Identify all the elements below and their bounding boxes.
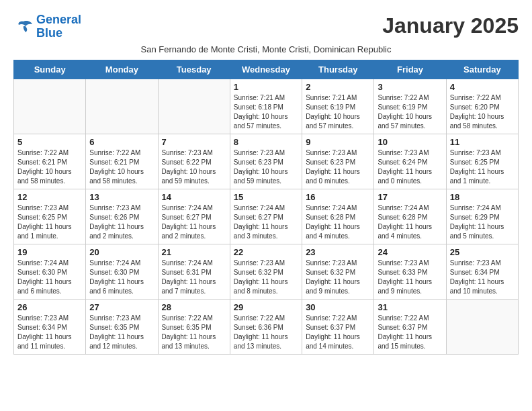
day-info: Sunrise: 7:24 AM Sunset: 6:28 PM Dayligh…: [378, 203, 442, 241]
calendar-cell: 30Sunrise: 7:22 AM Sunset: 6:37 PM Dayli…: [302, 299, 374, 354]
day-number: 2: [306, 82, 370, 92]
day-number: 24: [378, 247, 442, 257]
day-info: Sunrise: 7:23 AM Sunset: 6:33 PM Dayligh…: [378, 259, 442, 296]
calendar-cell: [158, 79, 230, 134]
logo-icon: [13, 19, 34, 35]
calendar-cell: 31Sunrise: 7:22 AM Sunset: 6:37 PM Dayli…: [374, 299, 446, 354]
header-day-monday: Monday: [86, 60, 158, 79]
day-number: 16: [306, 192, 370, 202]
day-number: 9: [306, 137, 370, 147]
day-info: Sunrise: 7:23 AM Sunset: 6:26 PM Dayligh…: [89, 203, 154, 241]
day-info: Sunrise: 7:22 AM Sunset: 6:37 PM Dayligh…: [306, 314, 370, 351]
day-info: Sunrise: 7:21 AM Sunset: 6:19 PM Dayligh…: [306, 93, 370, 131]
logo: General Blue: [13, 13, 81, 40]
day-info: Sunrise: 7:24 AM Sunset: 6:30 PM Dayligh…: [17, 259, 82, 296]
day-number: 31: [378, 302, 442, 312]
day-number: 15: [234, 192, 298, 202]
header-day-wednesday: Wednesday: [230, 60, 302, 79]
day-number: 27: [89, 302, 154, 312]
day-number: 6: [89, 137, 154, 147]
calendar-cell: 8Sunrise: 7:23 AM Sunset: 6:23 PM Daylig…: [230, 134, 302, 189]
header-day-thursday: Thursday: [302, 60, 374, 79]
day-info: Sunrise: 7:23 AM Sunset: 6:23 PM Dayligh…: [234, 148, 298, 186]
day-info: Sunrise: 7:23 AM Sunset: 6:25 PM Dayligh…: [17, 203, 82, 241]
day-info: Sunrise: 7:23 AM Sunset: 6:34 PM Dayligh…: [17, 314, 82, 351]
day-number: 25: [450, 247, 515, 257]
day-info: Sunrise: 7:22 AM Sunset: 6:20 PM Dayligh…: [450, 93, 515, 131]
calendar-cell: 27Sunrise: 7:23 AM Sunset: 6:35 PM Dayli…: [86, 299, 158, 354]
month-title: January 2025: [382, 13, 519, 38]
day-number: 1: [234, 82, 298, 92]
day-info: Sunrise: 7:23 AM Sunset: 6:24 PM Dayligh…: [378, 148, 442, 186]
subtitle: San Fernando de Monte Cristi, Monte Cris…: [13, 44, 519, 54]
header-day-sunday: Sunday: [14, 60, 86, 79]
day-info: Sunrise: 7:22 AM Sunset: 6:19 PM Dayligh…: [378, 93, 442, 131]
calendar-cell: 20Sunrise: 7:24 AM Sunset: 6:30 PM Dayli…: [86, 244, 158, 299]
header-day-tuesday: Tuesday: [158, 60, 230, 79]
calendar-cell: 12Sunrise: 7:23 AM Sunset: 6:25 PM Dayli…: [14, 189, 86, 244]
calendar-cell: 6Sunrise: 7:22 AM Sunset: 6:21 PM Daylig…: [86, 134, 158, 189]
calendar-cell: 11Sunrise: 7:23 AM Sunset: 6:25 PM Dayli…: [446, 134, 518, 189]
week-row-3: 19Sunrise: 7:24 AM Sunset: 6:30 PM Dayli…: [14, 244, 519, 299]
day-number: 29: [234, 302, 298, 312]
title-section: January 2025: [382, 13, 519, 38]
calendar-cell: 13Sunrise: 7:23 AM Sunset: 6:26 PM Dayli…: [86, 189, 158, 244]
calendar-cell: 26Sunrise: 7:23 AM Sunset: 6:34 PM Dayli…: [14, 299, 86, 354]
calendar-cell: 18Sunrise: 7:24 AM Sunset: 6:29 PM Dayli…: [446, 189, 518, 244]
day-number: 28: [162, 302, 226, 312]
calendar-cell: 29Sunrise: 7:22 AM Sunset: 6:36 PM Dayli…: [230, 299, 302, 354]
calendar-cell: 17Sunrise: 7:24 AM Sunset: 6:28 PM Dayli…: [374, 189, 446, 244]
day-info: Sunrise: 7:23 AM Sunset: 6:23 PM Dayligh…: [306, 148, 370, 186]
day-info: Sunrise: 7:21 AM Sunset: 6:18 PM Dayligh…: [234, 93, 298, 131]
page-header: General Blue January 2025: [13, 13, 519, 40]
calendar-cell: [86, 79, 158, 134]
day-number: 12: [17, 192, 82, 202]
week-row-2: 12Sunrise: 7:23 AM Sunset: 6:25 PM Dayli…: [14, 189, 519, 244]
day-number: 22: [234, 247, 298, 257]
day-info: Sunrise: 7:22 AM Sunset: 6:21 PM Dayligh…: [17, 148, 82, 186]
day-info: Sunrise: 7:23 AM Sunset: 6:32 PM Dayligh…: [306, 259, 370, 296]
day-number: 19: [17, 247, 82, 257]
week-row-1: 5Sunrise: 7:22 AM Sunset: 6:21 PM Daylig…: [14, 134, 519, 189]
day-number: 17: [378, 192, 442, 202]
day-info: Sunrise: 7:24 AM Sunset: 6:27 PM Dayligh…: [234, 203, 298, 241]
calendar-cell: [446, 299, 518, 354]
calendar-cell: 7Sunrise: 7:23 AM Sunset: 6:22 PM Daylig…: [158, 134, 230, 189]
calendar-cell: 25Sunrise: 7:23 AM Sunset: 6:34 PM Dayli…: [446, 244, 518, 299]
header-day-saturday: Saturday: [446, 60, 518, 79]
day-number: 10: [378, 137, 442, 147]
header-day-friday: Friday: [374, 60, 446, 79]
day-info: Sunrise: 7:24 AM Sunset: 6:28 PM Dayligh…: [306, 203, 370, 241]
day-info: Sunrise: 7:24 AM Sunset: 6:31 PM Dayligh…: [162, 259, 226, 296]
day-number: 23: [306, 247, 370, 257]
day-number: 14: [162, 192, 226, 202]
day-number: 21: [162, 247, 226, 257]
week-row-4: 26Sunrise: 7:23 AM Sunset: 6:34 PM Dayli…: [14, 299, 519, 354]
day-info: Sunrise: 7:22 AM Sunset: 6:36 PM Dayligh…: [234, 314, 298, 351]
logo-text: General Blue: [36, 13, 81, 40]
day-number: 4: [450, 82, 515, 92]
calendar-cell: 24Sunrise: 7:23 AM Sunset: 6:33 PM Dayli…: [374, 244, 446, 299]
calendar-cell: 23Sunrise: 7:23 AM Sunset: 6:32 PM Dayli…: [302, 244, 374, 299]
week-row-0: 1Sunrise: 7:21 AM Sunset: 6:18 PM Daylig…: [14, 79, 519, 134]
calendar-cell: 15Sunrise: 7:24 AM Sunset: 6:27 PM Dayli…: [230, 189, 302, 244]
day-number: 13: [89, 192, 154, 202]
day-number: 8: [234, 137, 298, 147]
day-info: Sunrise: 7:22 AM Sunset: 6:35 PM Dayligh…: [162, 314, 226, 351]
day-info: Sunrise: 7:23 AM Sunset: 6:34 PM Dayligh…: [450, 259, 515, 296]
day-info: Sunrise: 7:23 AM Sunset: 6:35 PM Dayligh…: [89, 314, 154, 351]
calendar-cell: 21Sunrise: 7:24 AM Sunset: 6:31 PM Dayli…: [158, 244, 230, 299]
day-info: Sunrise: 7:22 AM Sunset: 6:21 PM Dayligh…: [89, 148, 154, 186]
calendar-cell: 1Sunrise: 7:21 AM Sunset: 6:18 PM Daylig…: [230, 79, 302, 134]
day-number: 26: [17, 302, 82, 312]
calendar-cell: 16Sunrise: 7:24 AM Sunset: 6:28 PM Dayli…: [302, 189, 374, 244]
calendar-cell: 4Sunrise: 7:22 AM Sunset: 6:20 PM Daylig…: [446, 79, 518, 134]
day-info: Sunrise: 7:23 AM Sunset: 6:25 PM Dayligh…: [450, 148, 515, 186]
day-number: 11: [450, 137, 515, 147]
calendar-cell: 14Sunrise: 7:24 AM Sunset: 6:27 PM Dayli…: [158, 189, 230, 244]
calendar-cell: [14, 79, 86, 134]
calendar-cell: 19Sunrise: 7:24 AM Sunset: 6:30 PM Dayli…: [14, 244, 86, 299]
calendar-cell: 28Sunrise: 7:22 AM Sunset: 6:35 PM Dayli…: [158, 299, 230, 354]
day-info: Sunrise: 7:24 AM Sunset: 6:30 PM Dayligh…: [89, 259, 154, 296]
calendar-cell: 22Sunrise: 7:23 AM Sunset: 6:32 PM Dayli…: [230, 244, 302, 299]
